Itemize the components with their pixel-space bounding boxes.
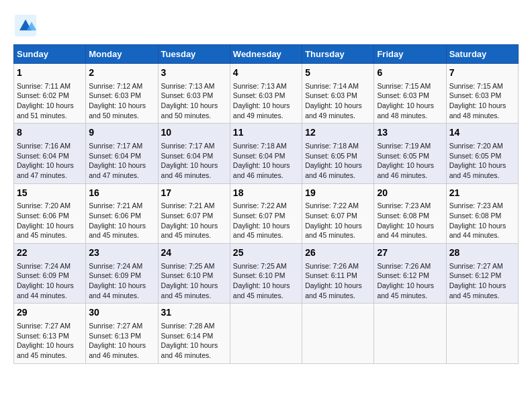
day-number: 22: [17, 246, 83, 260]
calendar-cell: 14Sunrise: 7:20 AM Sunset: 6:05 PM Dayli…: [446, 124, 518, 183]
day-number: 5: [305, 66, 371, 80]
day-info: Sunrise: 7:27 AM Sunset: 6:13 PM Dayligh…: [89, 321, 154, 361]
day-info: Sunrise: 7:28 AM Sunset: 6:14 PM Dayligh…: [161, 321, 227, 361]
day-info: Sunrise: 7:23 AM Sunset: 6:08 PM Dayligh…: [377, 201, 443, 240]
calendar-cell: [446, 304, 518, 363]
header-thursday: Thursday: [302, 45, 374, 64]
day-info: Sunrise: 7:25 AM Sunset: 6:10 PM Dayligh…: [233, 261, 299, 301]
day-number: 7: [449, 66, 515, 80]
day-info: Sunrise: 7:16 AM Sunset: 6:04 PM Dayligh…: [17, 141, 83, 181]
calendar-cell: 27Sunrise: 7:26 AM Sunset: 6:12 PM Dayli…: [374, 244, 446, 304]
day-info: Sunrise: 7:22 AM Sunset: 6:07 PM Dayligh…: [305, 201, 371, 240]
day-info: Sunrise: 7:20 AM Sunset: 6:06 PM Dayligh…: [17, 201, 83, 240]
day-info: Sunrise: 7:12 AM Sunset: 6:03 PM Dayligh…: [89, 81, 154, 121]
day-info: Sunrise: 7:26 AM Sunset: 6:11 PM Dayligh…: [305, 261, 371, 301]
calendar-cell: [230, 304, 302, 363]
header-monday: Monday: [86, 45, 158, 64]
day-number: 19: [305, 187, 371, 200]
day-number: 23: [89, 246, 154, 260]
header-friday: Friday: [374, 45, 446, 64]
day-number: 6: [377, 66, 443, 80]
calendar-cell: 25Sunrise: 7:25 AM Sunset: 6:10 PM Dayli…: [230, 244, 302, 304]
day-number: 13: [377, 126, 443, 140]
day-info: Sunrise: 7:17 AM Sunset: 6:04 PM Dayligh…: [161, 141, 227, 181]
day-number: 28: [449, 246, 515, 260]
day-number: 20: [377, 187, 443, 200]
calendar-cell: 22Sunrise: 7:24 AM Sunset: 6:09 PM Dayli…: [14, 244, 86, 304]
calendar-cell: 23Sunrise: 7:24 AM Sunset: 6:09 PM Dayli…: [86, 244, 158, 304]
day-number: 26: [305, 246, 371, 260]
calendar-cell: 26Sunrise: 7:26 AM Sunset: 6:11 PM Dayli…: [302, 244, 374, 304]
day-info: Sunrise: 7:14 AM Sunset: 6:03 PM Dayligh…: [305, 81, 371, 121]
day-info: Sunrise: 7:27 AM Sunset: 6:13 PM Dayligh…: [17, 321, 83, 361]
calendar-cell: 31Sunrise: 7:28 AM Sunset: 6:14 PM Dayli…: [158, 304, 230, 363]
day-number: 10: [161, 126, 227, 140]
day-number: 15: [17, 187, 83, 200]
calendar-cell: 28Sunrise: 7:27 AM Sunset: 6:12 PM Dayli…: [446, 244, 518, 304]
calendar-week-row: 8Sunrise: 7:16 AM Sunset: 6:04 PM Daylig…: [14, 124, 519, 183]
calendar-cell: 11Sunrise: 7:18 AM Sunset: 6:04 PM Dayli…: [230, 124, 302, 183]
calendar-cell: 1Sunrise: 7:11 AM Sunset: 6:02 PM Daylig…: [14, 64, 86, 124]
day-info: Sunrise: 7:20 AM Sunset: 6:05 PM Dayligh…: [449, 141, 515, 181]
day-info: Sunrise: 7:13 AM Sunset: 6:03 PM Dayligh…: [233, 81, 299, 121]
header-wednesday: Wednesday: [230, 45, 302, 64]
day-number: 27: [377, 246, 443, 260]
day-info: Sunrise: 7:13 AM Sunset: 6:03 PM Dayligh…: [161, 81, 227, 121]
day-info: Sunrise: 7:25 AM Sunset: 6:10 PM Dayligh…: [161, 261, 227, 301]
day-info: Sunrise: 7:18 AM Sunset: 6:05 PM Dayligh…: [305, 141, 371, 181]
day-info: Sunrise: 7:11 AM Sunset: 6:02 PM Dayligh…: [17, 81, 83, 121]
day-number: 17: [161, 187, 227, 200]
day-number: 25: [233, 246, 299, 260]
day-number: 1: [17, 66, 83, 80]
calendar-week-row: 22Sunrise: 7:24 AM Sunset: 6:09 PM Dayli…: [14, 244, 519, 304]
calendar-cell: 4Sunrise: 7:13 AM Sunset: 6:03 PM Daylig…: [230, 64, 302, 124]
day-number: 4: [233, 66, 299, 80]
calendar-cell: [302, 304, 374, 363]
page-header: [13, 13, 519, 38]
calendar-week-row: 29Sunrise: 7:27 AM Sunset: 6:13 PM Dayli…: [14, 304, 519, 363]
calendar-header-row: SundayMondayTuesdayWednesdayThursdayFrid…: [14, 45, 519, 64]
day-number: 29: [17, 306, 83, 320]
day-info: Sunrise: 7:24 AM Sunset: 6:09 PM Dayligh…: [17, 261, 83, 301]
calendar-cell: 17Sunrise: 7:21 AM Sunset: 6:07 PM Dayli…: [158, 183, 230, 243]
day-info: Sunrise: 7:22 AM Sunset: 6:07 PM Dayligh…: [233, 201, 299, 240]
day-info: Sunrise: 7:23 AM Sunset: 6:08 PM Dayligh…: [449, 201, 515, 240]
calendar-cell: 12Sunrise: 7:18 AM Sunset: 6:05 PM Dayli…: [302, 124, 374, 183]
day-info: Sunrise: 7:26 AM Sunset: 6:12 PM Dayligh…: [377, 261, 443, 301]
day-number: 12: [305, 126, 371, 140]
calendar-week-row: 15Sunrise: 7:20 AM Sunset: 6:06 PM Dayli…: [14, 183, 519, 243]
calendar-week-row: 1Sunrise: 7:11 AM Sunset: 6:02 PM Daylig…: [14, 64, 519, 124]
calendar-cell: 18Sunrise: 7:22 AM Sunset: 6:07 PM Dayli…: [230, 183, 302, 243]
day-number: 16: [89, 187, 154, 200]
calendar-cell: [374, 304, 446, 363]
day-number: 11: [233, 126, 299, 140]
day-number: 8: [17, 126, 83, 140]
logo: [13, 13, 42, 38]
calendar-cell: 10Sunrise: 7:17 AM Sunset: 6:04 PM Dayli…: [158, 124, 230, 183]
calendar-cell: 8Sunrise: 7:16 AM Sunset: 6:04 PM Daylig…: [14, 124, 86, 183]
calendar-cell: 21Sunrise: 7:23 AM Sunset: 6:08 PM Dayli…: [446, 183, 518, 243]
day-info: Sunrise: 7:15 AM Sunset: 6:03 PM Dayligh…: [449, 81, 515, 121]
day-number: 3: [161, 66, 227, 80]
calendar-cell: 29Sunrise: 7:27 AM Sunset: 6:13 PM Dayli…: [14, 304, 86, 363]
calendar-table: SundayMondayTuesdayWednesdayThursdayFrid…: [13, 44, 519, 364]
day-info: Sunrise: 7:27 AM Sunset: 6:12 PM Dayligh…: [449, 261, 515, 301]
day-info: Sunrise: 7:19 AM Sunset: 6:05 PM Dayligh…: [377, 141, 443, 181]
calendar-cell: 2Sunrise: 7:12 AM Sunset: 6:03 PM Daylig…: [86, 64, 158, 124]
day-info: Sunrise: 7:17 AM Sunset: 6:04 PM Dayligh…: [89, 141, 154, 181]
header-tuesday: Tuesday: [158, 45, 230, 64]
day-number: 14: [449, 126, 515, 140]
day-number: 31: [161, 306, 227, 320]
day-number: 21: [449, 187, 515, 200]
calendar-cell: 24Sunrise: 7:25 AM Sunset: 6:10 PM Dayli…: [158, 244, 230, 304]
calendar-cell: 15Sunrise: 7:20 AM Sunset: 6:06 PM Dayli…: [14, 183, 86, 243]
calendar-cell: 16Sunrise: 7:21 AM Sunset: 6:06 PM Dayli…: [86, 183, 158, 243]
day-number: 18: [233, 187, 299, 200]
calendar-cell: 19Sunrise: 7:22 AM Sunset: 6:07 PM Dayli…: [302, 183, 374, 243]
day-info: Sunrise: 7:24 AM Sunset: 6:09 PM Dayligh…: [89, 261, 154, 301]
day-info: Sunrise: 7:21 AM Sunset: 6:06 PM Dayligh…: [89, 201, 154, 240]
calendar-cell: 9Sunrise: 7:17 AM Sunset: 6:04 PM Daylig…: [86, 124, 158, 183]
calendar-cell: 6Sunrise: 7:15 AM Sunset: 6:03 PM Daylig…: [374, 64, 446, 124]
day-info: Sunrise: 7:21 AM Sunset: 6:07 PM Dayligh…: [161, 201, 227, 240]
day-info: Sunrise: 7:18 AM Sunset: 6:04 PM Dayligh…: [233, 141, 299, 181]
